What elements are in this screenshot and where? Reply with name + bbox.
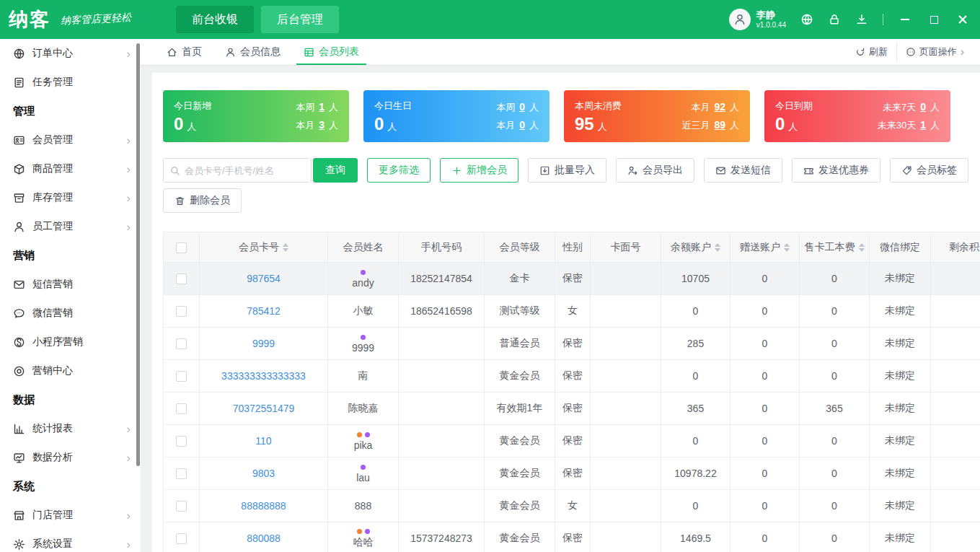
sidebar-item[interactable]: 库存管理› <box>0 183 141 212</box>
minimize-button[interactable] <box>898 12 912 27</box>
app-logo: 纳客 <box>9 6 50 32</box>
column-header[interactable]: 售卡工本费 <box>800 232 870 263</box>
sidebar-item[interactable]: 短信营销 <box>0 270 141 299</box>
member-card-no-link[interactable]: 88888888 <box>241 500 286 512</box>
sort-icon[interactable] <box>859 243 865 252</box>
divider <box>883 14 883 25</box>
row-checkbox[interactable] <box>176 403 187 414</box>
download-button[interactable] <box>855 13 868 26</box>
sidebar-item[interactable]: 员工管理› <box>0 212 141 241</box>
toolbar-button[interactable]: 会员导出 <box>616 158 694 183</box>
select-all-checkbox[interactable] <box>176 242 187 253</box>
query-button[interactable]: 查询 <box>313 158 358 183</box>
maximize-button[interactable] <box>927 12 941 27</box>
cell-card-face <box>591 457 661 490</box>
member-name-cell: 南 <box>328 360 399 393</box>
tab-item[interactable]: 会员列表 <box>292 39 371 65</box>
sidebar-item[interactable]: 系统设置› <box>0 530 141 552</box>
toolbar-button[interactable]: 批量导入 <box>528 158 606 183</box>
toolbar-button[interactable]: 发送短信 <box>704 158 782 183</box>
column-header[interactable]: 性别 <box>555 232 591 263</box>
tab-item[interactable]: 会员信息 <box>213 39 292 65</box>
refresh-button[interactable]: 刷新 <box>847 43 896 61</box>
sidebar-item-label: 门店管理 <box>32 509 126 522</box>
close-button[interactable] <box>955 12 970 27</box>
sidebar-item[interactable]: 统计报表› <box>0 414 141 443</box>
row-checkbox[interactable] <box>176 468 187 479</box>
toolbar-button[interactable]: 更多筛选 <box>367 158 431 183</box>
table-row[interactable]: 99999999普通会员保密28500未绑定 <box>164 328 980 360</box>
table-row[interactable]: 110pika黄金会员保密000未绑定 <box>164 425 980 457</box>
toolbar-button-label: 批量导入 <box>555 164 595 177</box>
member-card-no-link[interactable]: 987654 <box>247 273 281 284</box>
row-checkbox[interactable] <box>176 501 187 512</box>
sidebar-item[interactable]: 订单中心› <box>0 39 141 68</box>
row-checkbox[interactable] <box>176 306 187 317</box>
member-card-no-link[interactable]: 70372551479 <box>233 403 295 414</box>
delete-member-button[interactable]: 删除会员 <box>163 188 242 213</box>
member-card-no-link[interactable]: 785412 <box>247 305 281 317</box>
cell-gender: 保密 <box>555 457 591 490</box>
sidebar-item[interactable]: 小程序营销 <box>0 328 141 356</box>
network-button[interactable] <box>800 13 813 26</box>
member-card-no-link[interactable]: 9999 <box>252 338 275 349</box>
row-checkbox[interactable] <box>176 371 187 382</box>
toolbar-button[interactable]: 新增会员 <box>440 158 518 183</box>
stat-sub-value: 1 <box>319 101 325 113</box>
top-nav-item[interactable]: 前台收银 <box>176 6 254 33</box>
table-row[interactable]: 785412小敏18652416598测试等级女000未绑定 <box>164 295 980 328</box>
sort-icon[interactable] <box>283 243 288 252</box>
table-row[interactable]: 9803lau黄金会员保密10978.2200未绑定 <box>164 457 980 490</box>
row-checkbox[interactable] <box>176 338 187 349</box>
search-input[interactable] <box>185 165 305 176</box>
stat-value: 95 <box>575 114 594 133</box>
globe-icon <box>800 13 813 26</box>
table-row[interactable]: 88888888888黄金会员女000未绑定 <box>164 490 980 522</box>
toolbar-button[interactable]: 发送优惠券 <box>792 158 880 183</box>
sidebar-item[interactable]: 会员管理› <box>0 126 141 154</box>
user-info[interactable]: 李静 v1.0.0.44 <box>729 9 786 30</box>
column-header[interactable]: 余额账户 <box>661 232 730 263</box>
cell-wechat: 未绑定 <box>870 522 931 552</box>
table-row[interactable]: 333333333333333南黄金会员保密000未绑定 <box>164 360 980 393</box>
stat-sub-value: 3 <box>319 119 325 131</box>
member-card-no-link[interactable]: 110 <box>255 435 271 447</box>
table-row[interactable]: 70372551479陈晓嘉有效期1年保密3650365未绑定 <box>164 393 980 425</box>
column-header[interactable]: 会员姓名 <box>328 232 399 263</box>
row-checkbox[interactable] <box>176 533 187 544</box>
sidebar-item[interactable]: 门店管理› <box>0 501 141 530</box>
column-header[interactable]: 会员卡号 <box>200 232 328 263</box>
table-row[interactable]: 987654andy18252147854金卡保密1070500未绑定 <box>164 263 980 295</box>
column-header[interactable]: 手机号码 <box>399 232 485 263</box>
page-ops-button[interactable]: 页面操作 › <box>896 43 973 61</box>
sidebar-item[interactable]: 任务管理 <box>0 68 141 97</box>
cell-level: 黄金会员 <box>485 522 555 552</box>
row-checkbox[interactable] <box>176 273 187 284</box>
sort-icon[interactable] <box>715 243 720 252</box>
cell-level: 黄金会员 <box>485 457 555 490</box>
row-checkbox[interactable] <box>176 436 187 447</box>
column-header[interactable]: 卡面号 <box>591 232 661 263</box>
column-header[interactable]: 赠送账户 <box>730 232 800 263</box>
member-card-no-link[interactable]: 9803 <box>252 468 275 479</box>
sidebar-scrollbar[interactable] <box>136 43 140 466</box>
sidebar-item[interactable]: 数据分析› <box>0 443 141 472</box>
column-header[interactable]: 微信绑定 <box>870 232 931 263</box>
sort-icon[interactable] <box>784 243 790 252</box>
member-card-no-link[interactable]: 880088 <box>247 533 281 544</box>
task-icon <box>13 76 25 89</box>
sidebar-item[interactable]: 商品管理› <box>0 154 141 183</box>
sidebar-item[interactable]: 营销中心 <box>0 356 141 385</box>
toolbar-button[interactable]: 会员标签 <box>890 158 968 183</box>
column-label: 卡面号 <box>611 241 641 253</box>
select-all-header <box>164 232 200 263</box>
column-header[interactable]: 剩余积分 <box>931 232 980 263</box>
toolbar-row2: 删除会员 <box>163 188 980 213</box>
lock-button[interactable] <box>828 13 841 26</box>
tab-item[interactable]: 首页 <box>155 39 213 65</box>
table-row[interactable]: 880088哈哈15737248273黄金会员保密1469.500未绑定 <box>164 522 980 552</box>
top-nav-item[interactable]: 后台管理 <box>261 6 339 33</box>
column-header[interactable]: 会员等级 <box>485 232 555 263</box>
sidebar-item[interactable]: 微信营销 <box>0 299 141 328</box>
member-card-no-link[interactable]: 333333333333333 <box>221 370 306 382</box>
